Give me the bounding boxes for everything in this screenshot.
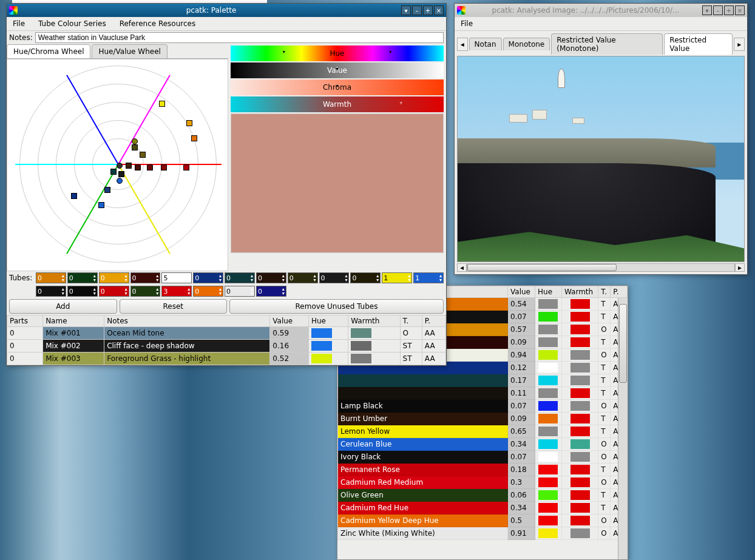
- tab-monotone[interactable]: Monotone: [503, 38, 550, 50]
- shade-button[interactable]: –: [713, 5, 723, 15]
- colour-list-row[interactable]: 0.11TAA: [338, 387, 628, 400]
- mix-row[interactable]: 0Mix #001Ocean Mid tone0.59OAA: [7, 327, 446, 340]
- wheel-point[interactable]: [117, 163, 123, 169]
- wheel-point[interactable]: [132, 144, 138, 150]
- wheel-point[interactable]: [98, 202, 104, 208]
- wheel-point[interactable]: [140, 152, 146, 158]
- wheel-point[interactable]: [147, 164, 153, 170]
- tube-spinner[interactable]: 0▴▾: [99, 272, 129, 283]
- tube-spinner[interactable]: 0▴▾: [67, 272, 98, 283]
- scrollbar-thumb[interactable]: [619, 304, 627, 383]
- tab-hue-value[interactable]: Hue/Value Wheel: [92, 44, 167, 58]
- mix-p-header[interactable]: P.: [422, 315, 445, 327]
- colour-list-row[interactable]: Cerulean Blue0.34OAA: [338, 438, 628, 451]
- tube-spinner[interactable]: 0▴▾: [288, 272, 318, 283]
- colour-list-row[interactable]: 0.17TAA: [338, 374, 628, 387]
- mix-hue-header[interactable]: Hue: [308, 315, 348, 327]
- wheel-point[interactable]: [117, 178, 123, 184]
- mix-warmth-header[interactable]: Warmth: [348, 315, 400, 327]
- remove-unused-button[interactable]: Remove Unused Tubes: [229, 299, 444, 314]
- minimize-button[interactable]: ▾: [702, 5, 712, 15]
- tube-spinner[interactable]: 0▴▾: [130, 286, 161, 297]
- colour-list-row[interactable]: Burnt Umber0.09TA: [338, 413, 628, 425]
- col-hue-header[interactable]: Hue: [535, 286, 562, 298]
- tab-hue-chroma[interactable]: Hue/Chroma Wheel: [7, 44, 90, 58]
- tab-scroll-left[interactable]: ◂: [457, 38, 468, 51]
- analysed-image-view[interactable]: [457, 56, 745, 262]
- colour-list-row[interactable]: Cadmium Red Medium0.3OA: [338, 476, 628, 489]
- close-button[interactable]: ×: [434, 5, 444, 15]
- maximize-button[interactable]: +: [423, 5, 433, 15]
- colour-list-row[interactable]: Cadmium Yellow Deep Hue0.5OA: [338, 514, 628, 527]
- colour-list-row[interactable]: Cadmium Red Hue0.34TA: [338, 502, 628, 514]
- tube-spinner[interactable]: 0▴▾: [193, 272, 223, 283]
- wheel-point[interactable]: [183, 164, 189, 170]
- tube-spinner[interactable]: 0▴▾: [36, 286, 66, 297]
- tab-restricted-value[interactable]: Restricted Value: [664, 33, 733, 55]
- tube-spinner[interactable]: 0▴▾: [36, 272, 66, 283]
- wheel-point[interactable]: [126, 163, 132, 169]
- value-slider[interactable]: Value▾: [231, 62, 444, 78]
- reset-button[interactable]: Reset: [120, 299, 228, 314]
- maximize-button[interactable]: +: [724, 5, 734, 15]
- tube-spinner[interactable]: 3▴▾: [161, 286, 192, 297]
- mix-notes-header[interactable]: Notes: [104, 315, 270, 327]
- chroma-slider[interactable]: Chroma▾: [231, 79, 444, 95]
- close-button[interactable]: ×: [735, 5, 745, 15]
- tube-spinner[interactable]: 0▴▾: [256, 286, 286, 297]
- tube-spinner[interactable]: 0▴▾: [67, 286, 98, 297]
- colour-list-row[interactable]: Lemon Yellow0.65TA: [338, 425, 628, 438]
- mix-value-header[interactable]: Value: [270, 315, 309, 327]
- colour-list-row[interactable]: Ivory Black0.07OA: [338, 451, 628, 464]
- tab-scroll-right[interactable]: ▸: [734, 38, 745, 51]
- col-value-header[interactable]: Value: [508, 286, 535, 298]
- minimize-button[interactable]: ▾: [401, 5, 411, 15]
- mix-t-header[interactable]: T.: [400, 315, 422, 327]
- menu-tube-colour-series[interactable]: Tube Colour Series: [36, 18, 109, 29]
- wheel-point[interactable]: [161, 164, 167, 170]
- menu-file[interactable]: File: [10, 18, 27, 29]
- wheel-point[interactable]: [159, 101, 165, 107]
- warmth-slider[interactable]: Warmth▿: [231, 96, 444, 112]
- hue-slider[interactable]: Hue▾▾: [231, 46, 444, 61]
- tube-spinner[interactable]: 0▴▾: [256, 272, 286, 283]
- tab-notan[interactable]: Notan: [469, 38, 502, 50]
- mix-row[interactable]: 0Mix #003Foreground Grass - highlight0.5…: [7, 353, 446, 365]
- tube-spinner[interactable]: 0▴▾: [225, 286, 255, 297]
- tube-spinner[interactable]: 0▴▾: [193, 286, 223, 297]
- wheel-point[interactable]: [132, 138, 138, 144]
- shade-button[interactable]: –: [412, 5, 422, 15]
- menu-file[interactable]: File: [458, 18, 475, 29]
- mix-name-header[interactable]: Name: [43, 315, 104, 327]
- col-warmth-header[interactable]: Warmth: [561, 286, 598, 298]
- palette-titlebar[interactable]: pcatk: Palette ▾ – + ×: [7, 4, 446, 17]
- colour-list-row[interactable]: Permanent Rose0.18TA: [338, 464, 628, 476]
- hue-chroma-wheel[interactable]: [7, 59, 228, 271]
- image-titlebar[interactable]: pcatk: Analysed Image: ../../../../Pictu…: [455, 4, 747, 17]
- scroll-left-icon[interactable]: ◂: [457, 263, 467, 272]
- col-p-header[interactable]: P.: [611, 286, 628, 298]
- tube-spinner[interactable]: 0▴▾: [350, 272, 381, 283]
- scroll-track[interactable]: [467, 263, 735, 272]
- image-horizontal-scrollbar[interactable]: ◂ ▸: [457, 263, 745, 272]
- tube-spinner[interactable]: 0▴▾: [225, 272, 255, 283]
- colour-list-scrollbar[interactable]: [618, 298, 628, 559]
- wheel-point[interactable]: [135, 164, 141, 170]
- tube-spinner[interactable]: 5▴▾: [161, 272, 192, 283]
- tab-restricted-value-monotone[interactable]: Restricted Value (Monotone): [551, 33, 663, 55]
- tube-spinner[interactable]: 1▴▾: [382, 272, 412, 283]
- colour-list-row[interactable]: Zinc White (Mixing White)0.91OAA: [338, 527, 628, 540]
- add-button[interactable]: Add: [9, 299, 117, 314]
- tube-spinner[interactable]: 0▴▾: [130, 272, 161, 283]
- menu-reference-resources[interactable]: Reference Resources: [117, 18, 198, 29]
- wheel-point[interactable]: [71, 193, 77, 199]
- wheel-point[interactable]: [186, 120, 192, 126]
- tube-spinner[interactable]: 0▴▾: [319, 272, 350, 283]
- mix-parts-header[interactable]: Parts: [7, 315, 43, 327]
- wheel-point[interactable]: [191, 135, 197, 141]
- scroll-right-icon[interactable]: ▸: [735, 263, 745, 272]
- tube-spinner[interactable]: 0▴▾: [99, 286, 129, 297]
- col-t-header[interactable]: T.: [598, 286, 611, 298]
- colour-list-row[interactable]: Olive Green0.06TA: [338, 489, 628, 502]
- wheel-point[interactable]: [110, 169, 117, 175]
